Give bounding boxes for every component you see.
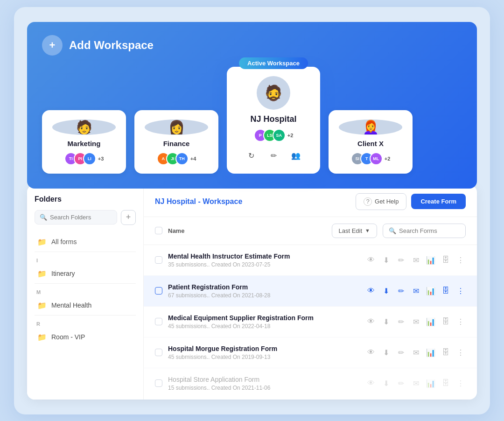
edit-icon-4[interactable]: ✏ [396, 348, 406, 357]
more-icon-2[interactable]: ⋮ [455, 287, 466, 295]
workspace-card-marketing[interactable]: 🧑 Marketing TI PI LI +3 [42, 110, 126, 174]
add-workspace-icon[interactable]: + [42, 35, 63, 56]
folder-icon-mental-health: 📁 [37, 301, 47, 310]
folder-icon-room-vip: 📁 [37, 333, 47, 342]
sidebar-item-room-vip[interactable]: 📁 Room - VIP [35, 329, 136, 346]
more-icon-1[interactable]: ⋮ [455, 256, 466, 265]
download-icon-4[interactable]: ⬇ [381, 348, 391, 357]
chip-count-marketing: +3 [98, 156, 104, 161]
form-name-2: Patient Registration Form [168, 283, 360, 291]
more-icon-5[interactable]: ⋮ [455, 379, 466, 388]
get-help-label: Get Help [375, 198, 399, 205]
row-checkbox-5[interactable] [155, 379, 162, 387]
mail-icon-5[interactable]: ✉ [411, 379, 421, 388]
refresh-button[interactable]: ↻ [244, 148, 259, 163]
chip-sa: SA [273, 129, 286, 142]
chart-icon-1[interactable]: 📊 [426, 256, 436, 265]
chip-li: LI [83, 152, 96, 165]
form-meta-1: 35 submissions.. Created On 2023-07-25 [168, 261, 360, 268]
row-actions-1: 👁 ⬇ ✏ ✉ 📊 🗄 ⋮ [366, 256, 466, 265]
database-icon-2[interactable]: 🗄 [441, 287, 451, 295]
sort-button[interactable]: Last Edit ▼ [332, 224, 377, 238]
search-forms-wrap[interactable]: 🔍 [383, 224, 466, 238]
search-folders-input[interactable] [50, 214, 112, 221]
main-panel: Folders 🔍 + 📁 All forms I 📁 Itinerary [27, 185, 477, 400]
folder-list: 📁 All forms I 📁 Itinerary M 📁 Mental Hea… [35, 233, 136, 346]
table-row: Hospital Store Application Form 15 submi… [144, 368, 477, 399]
eye-icon-1[interactable]: 👁 [366, 256, 376, 264]
select-all-checkbox[interactable] [155, 227, 162, 234]
question-icon: ? [364, 197, 372, 206]
form-info-2: Patient Registration Form 67 submissions… [168, 283, 360, 299]
workspace-banner: + Add Workspace 🧑 Marketing TI PI LI +3 … [27, 22, 477, 189]
workspace-breadcrumb: NJ Hospital - Workspace [155, 197, 242, 206]
member-chips-marketing: TI PI LI +3 [64, 152, 104, 165]
eye-icon-5[interactable]: 👁 [366, 379, 376, 387]
edit-button[interactable]: ✏ [266, 148, 281, 163]
sidebar-item-itinerary[interactable]: 📁 Itinerary [35, 265, 136, 282]
database-icon-4[interactable]: 🗄 [441, 348, 451, 357]
download-icon-5[interactable]: ⬇ [381, 379, 391, 388]
row-actions-5: 👁 ⬇ ✏ ✉ 📊 🗄 ⋮ [366, 379, 466, 388]
database-icon-5[interactable]: 🗄 [441, 379, 451, 387]
chart-icon-2[interactable]: 📊 [426, 287, 436, 295]
mail-icon-2[interactable]: ✉ [411, 287, 421, 295]
add-folder-button[interactable]: + [121, 210, 136, 225]
card-name-nj-hospital: NJ Hospital [250, 114, 296, 124]
row-checkbox-1[interactable] [155, 256, 162, 264]
search-folders-input-wrap[interactable]: 🔍 [35, 210, 117, 225]
form-meta-5: 15 submissions.. Created On 2021-11-06 [168, 385, 360, 391]
folder-all-forms[interactable]: 📁 All forms [35, 233, 136, 251]
outer-container: + Add Workspace 🧑 Marketing TI PI LI +3 … [14, 7, 490, 414]
edit-icon-1[interactable]: ✏ [396, 256, 406, 265]
mail-icon-3[interactable]: ✉ [411, 317, 421, 326]
chip-count-nj-hospital: +2 [287, 133, 294, 138]
mail-icon-1[interactable]: ✉ [411, 256, 421, 265]
chart-icon-4[interactable]: 📊 [426, 348, 436, 357]
edit-icon-3[interactable]: ✏ [396, 317, 406, 326]
form-name-5: Hospital Store Application Form [168, 376, 360, 383]
table-row: Mental Health Instructor Estimate Form 3… [144, 245, 477, 276]
sidebar-title: Folders [35, 195, 136, 203]
card-name-finance: Finance [163, 140, 190, 147]
download-icon-1[interactable]: ⬇ [381, 256, 391, 265]
content-area: NJ Hospital - Workspace ? Get Help Creat… [144, 185, 477, 400]
search-forms-input[interactable] [399, 227, 460, 234]
row-checkbox-4[interactable] [155, 349, 162, 356]
users-button[interactable]: 👥 [288, 148, 303, 163]
download-icon-3[interactable]: ⬇ [381, 317, 391, 326]
search-forms-icon: 🔍 [389, 227, 396, 234]
row-checkbox-2[interactable] [155, 287, 162, 295]
card-name-marketing: Marketing [68, 140, 101, 147]
eye-icon-2[interactable]: 👁 [366, 287, 376, 295]
row-checkbox-3[interactable] [155, 318, 162, 325]
workspace-cards: 🧑 Marketing TI PI LI +3 👩 Finance A JI T… [42, 67, 462, 174]
eye-icon-3[interactable]: 👁 [366, 317, 376, 326]
more-icon-4[interactable]: ⋮ [455, 348, 466, 357]
chip-ml: ML [370, 152, 383, 165]
workspace-card-client-x[interactable]: 👩‍🦰 Client X SI T ML +2 [329, 110, 413, 174]
mail-icon-4[interactable]: ✉ [411, 348, 421, 357]
workspace-card-finance[interactable]: 👩 Finance A JI TH +4 [134, 110, 218, 174]
sort-chevron-icon: ▼ [365, 228, 370, 233]
eye-icon-4[interactable]: 👁 [366, 348, 376, 357]
member-chips-client-x: SI T ML +2 [351, 152, 391, 165]
edit-icon-5[interactable]: ✏ [396, 379, 406, 388]
chart-icon-5[interactable]: 📊 [426, 379, 436, 388]
form-meta-2: 67 submissions.. Created On 2021-08-28 [168, 292, 360, 299]
database-icon-1[interactable]: 🗄 [441, 256, 451, 264]
chart-icon-3[interactable]: 📊 [426, 317, 436, 326]
download-icon-2[interactable]: ⬇ [381, 287, 391, 295]
avatar-marketing: 🧑 [52, 119, 116, 135]
form-meta-3: 45 submissions.. Created On 2022-04-18 [168, 323, 360, 330]
form-info-5: Hospital Store Application Form 15 submi… [168, 376, 360, 391]
edit-icon-2[interactable]: ✏ [396, 287, 406, 295]
sidebar-item-mental-health[interactable]: 📁 Mental Health [35, 297, 136, 314]
row-actions-2: 👁 ⬇ ✏ ✉ 📊 🗄 ⋮ [366, 287, 466, 295]
database-icon-3[interactable]: 🗄 [441, 317, 451, 326]
create-form-button[interactable]: Create Form [411, 194, 466, 209]
workspace-banner-title: Add Workspace [69, 39, 154, 52]
workspace-card-nj-hospital[interactable]: Active Workspace 🧔 NJ Hospital P LS SA +… [227, 67, 320, 174]
more-icon-3[interactable]: ⋮ [455, 317, 466, 326]
get-help-button[interactable]: ? Get Help [356, 193, 406, 210]
